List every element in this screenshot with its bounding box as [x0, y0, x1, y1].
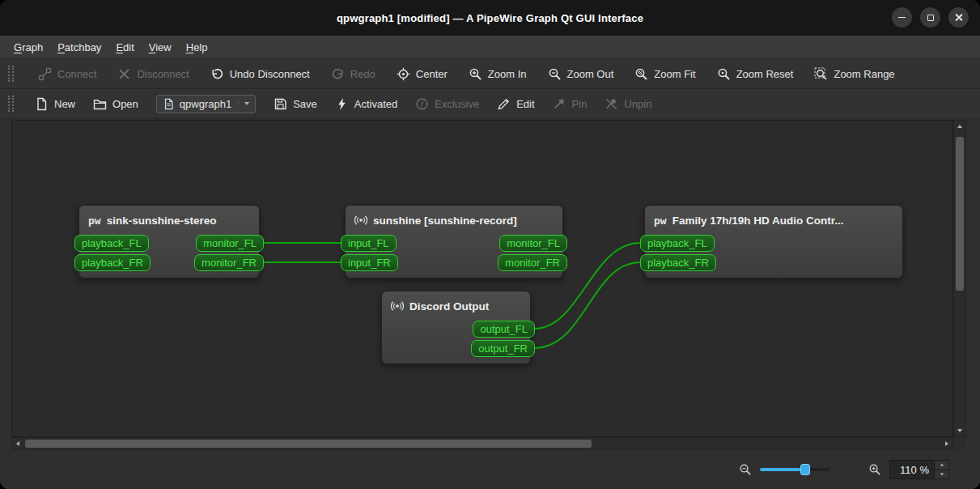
menu-help[interactable]: Help [179, 36, 215, 58]
record-source-icon [391, 300, 404, 313]
unpin-icon [605, 97, 618, 111]
unpin-button[interactable]: Unpin [605, 97, 651, 111]
menu-graph[interactable]: Graph [6, 36, 50, 58]
arrow-left-icon [16, 441, 19, 446]
toolbar-grip-icon[interactable] [8, 96, 14, 112]
redo-button[interactable]: Redo [331, 67, 375, 81]
connect-button[interactable]: Connect [38, 67, 96, 81]
patchbay-toolbar: New Open qpwgraph1 Save Activated f Excl… [0, 89, 980, 119]
graph-canvas[interactable]: pw sink-sunshine-stereo playback_FL play… [11, 120, 953, 437]
open-label: Open [112, 98, 138, 110]
port-pill[interactable]: output_FL [473, 321, 535, 338]
connect-label: Connect [57, 68, 96, 80]
exclusive-label: Exclusive [435, 98, 479, 110]
menu-edit[interactable]: Edit [108, 36, 141, 58]
zoom-in-mini-icon[interactable] [868, 463, 881, 476]
port-pill[interactable]: playback_FL [74, 235, 149, 252]
disconnect-button[interactable]: Disconnect [117, 67, 189, 81]
new-button[interactable]: New [35, 97, 75, 111]
activated-button[interactable]: Activated [335, 97, 397, 111]
zoom-fit-icon [634, 67, 648, 81]
zoom-range-button[interactable]: Zoom Range [814, 67, 894, 81]
zoom-in-button[interactable]: Zoom In [469, 67, 527, 81]
zoom-value[interactable]: 110 % [890, 461, 934, 478]
node-sunshine-record[interactable]: sunshine [sunshine-record] input_FL inpu… [345, 205, 563, 279]
patchbay-selected-value: qpwgraph1 [180, 98, 231, 110]
window-title: qpwgraph1 [modified] — A PipeWire Graph … [337, 12, 643, 24]
content-area: pw sink-sunshine-stereo playback_FL play… [0, 119, 980, 450]
node-header: sunshine [sunshine-record] [346, 206, 562, 235]
zoom-out-label: Zoom Out [567, 68, 614, 80]
undo-label: Undo Disconnect [230, 68, 310, 80]
port-pill[interactable]: input_FR [341, 254, 398, 271]
center-button[interactable]: Center [397, 67, 448, 81]
activated-label: Activated [354, 98, 397, 110]
titlebar[interactable]: qpwgraph1 [modified] — A PipeWire Graph … [0, 0, 980, 36]
port-pill[interactable]: monitor_FL [499, 235, 567, 252]
scroll-left-button[interactable] [12, 438, 23, 449]
spin-up-button[interactable] [935, 461, 948, 470]
spin-down-button[interactable] [935, 470, 948, 479]
port-pill[interactable]: playback_FR [640, 254, 716, 271]
port-pill[interactable]: playback_FL [640, 235, 715, 252]
zoom-fit-label: Zoom Fit [654, 68, 695, 80]
unpin-label: Unpin [624, 98, 651, 110]
port-pill[interactable]: input_FL [341, 235, 397, 252]
menu-view[interactable]: View [142, 36, 179, 58]
zoom-out-icon [548, 67, 562, 81]
spinbox-buttons [934, 461, 948, 478]
node-header: pw Family 17h/19h HD Audio Contr... [645, 206, 902, 235]
zoom-slider[interactable] [760, 464, 829, 475]
port-pill[interactable]: output_FR [471, 340, 535, 357]
close-button[interactable] [948, 7, 969, 28]
zoom-in-label: Zoom In [488, 68, 527, 80]
zoom-reset-button[interactable]: Zoom Reset [717, 67, 794, 81]
undo-disconnect-button[interactable]: Undo Disconnect [210, 67, 310, 81]
scroll-right-button[interactable] [941, 438, 952, 449]
toolbar-grip-icon[interactable] [8, 66, 14, 82]
zoom-slider-handle[interactable] [800, 464, 810, 475]
node-title: sink-sunshine-stereo [107, 215, 217, 227]
zoom-fit-button[interactable]: Zoom Fit [634, 67, 695, 81]
pencil-icon [497, 97, 511, 111]
port-pill[interactable]: playback_FR [74, 254, 151, 271]
exclusive-button[interactable]: f Exclusive [415, 97, 479, 111]
pin-button[interactable]: Pin [553, 97, 588, 111]
horizontal-scrollbar-thumb[interactable] [25, 440, 592, 448]
edit-button[interactable]: Edit [497, 97, 534, 111]
open-folder-icon [93, 97, 107, 111]
menubar: Graph Patchbay Edit View Help [0, 36, 980, 59]
minimize-button[interactable] [892, 7, 912, 28]
scroll-down-button[interactable] [954, 425, 965, 436]
open-button[interactable]: Open [93, 97, 138, 111]
node-family-audio-controller[interactable]: pw Family 17h/19h HD Audio Contr... play… [644, 205, 903, 279]
maximize-button[interactable] [920, 7, 940, 28]
horizontal-scrollbar[interactable] [11, 437, 953, 450]
menu-patchbay[interactable]: Patchbay [50, 36, 108, 58]
port-pill[interactable]: monitor_FR [194, 254, 264, 271]
exclusive-icon: f [415, 97, 429, 111]
scroll-up-button[interactable] [954, 121, 965, 132]
patchbay-selector-dropdown[interactable]: qpwgraph1 [156, 95, 256, 113]
connect-icon [38, 67, 52, 81]
port-pill[interactable]: monitor_FR [498, 254, 567, 271]
zoom-reset-icon [717, 67, 731, 81]
node-discord-output[interactable]: Discord Output output_FL output_FR [381, 291, 531, 364]
port-pill[interactable]: monitor_FL [196, 235, 264, 252]
save-button[interactable]: Save [274, 97, 317, 111]
record-source-icon [354, 214, 367, 227]
zoom-out-button[interactable]: Zoom Out [548, 67, 614, 81]
edit-label: Edit [516, 98, 534, 110]
zoom-out-mini-icon[interactable] [739, 463, 752, 476]
arrow-down-icon [940, 473, 944, 475]
vertical-scrollbar-thumb[interactable] [956, 137, 964, 291]
minimize-icon [898, 17, 906, 19]
node-title: sunshine [sunshine-record] [373, 215, 517, 227]
pipewire-icon: pw [88, 215, 101, 226]
scrollbar-corner [953, 437, 966, 450]
zoom-spinbox[interactable]: 110 % [889, 460, 949, 479]
app-window: qpwgraph1 [modified] — A PipeWire Graph … [0, 0, 980, 489]
zoom-slider-fill [760, 468, 805, 471]
node-sink-sunshine-stereo[interactable]: pw sink-sunshine-stereo playback_FL play… [78, 205, 260, 279]
vertical-scrollbar[interactable] [953, 120, 966, 437]
